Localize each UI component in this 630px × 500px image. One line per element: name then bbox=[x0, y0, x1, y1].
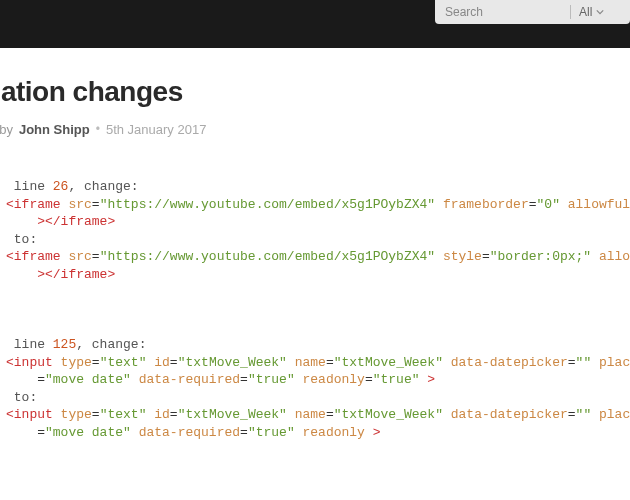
code-eq: = bbox=[240, 372, 248, 387]
code-str: "move date" bbox=[45, 372, 131, 387]
code-attr: data-required bbox=[131, 425, 240, 440]
author-link[interactable]: John Shipp bbox=[19, 122, 90, 137]
code-tag: <iframe bbox=[6, 197, 61, 212]
code-eq: = bbox=[568, 407, 576, 422]
code-str: "move date" bbox=[45, 425, 131, 440]
code-line-num: 125 bbox=[53, 337, 76, 352]
code-attr: type bbox=[53, 355, 92, 370]
code-eq: = bbox=[326, 407, 334, 422]
search-container: All bbox=[435, 0, 630, 24]
code-attr: allo bbox=[591, 249, 630, 264]
meta-row: pt by John Shipp • 5th January 2017 bbox=[0, 120, 630, 138]
code-eq: = bbox=[92, 355, 100, 370]
code-attr: frameborder bbox=[435, 197, 529, 212]
code-attr: src bbox=[61, 249, 92, 264]
code-attr: type bbox=[53, 407, 92, 422]
code-text: , change: bbox=[76, 337, 146, 352]
code-str: "true" bbox=[373, 372, 420, 387]
code-eq: = bbox=[326, 355, 334, 370]
code-line-num: 26 bbox=[53, 179, 69, 194]
code-text: , change: bbox=[68, 179, 138, 194]
code-attr: data-datepicker bbox=[443, 355, 568, 370]
code-tag: ></iframe> bbox=[6, 267, 115, 282]
code-eq: = bbox=[170, 407, 178, 422]
code-str: "text" bbox=[100, 355, 147, 370]
code-eq: = bbox=[365, 372, 373, 387]
separator-dot: • bbox=[96, 122, 100, 136]
code-tag: <input bbox=[6, 407, 53, 422]
code-attr: style bbox=[435, 249, 482, 264]
code-attr: plac bbox=[591, 407, 630, 422]
code-block-1: line 26, change: <iframe src="https://ww… bbox=[0, 138, 630, 441]
code-str: "txtMove_Week" bbox=[334, 355, 443, 370]
code-attr: name bbox=[287, 355, 326, 370]
publish-date: 5th January 2017 bbox=[106, 122, 206, 137]
title-row: l5 validation changes bbox=[0, 48, 630, 118]
code-attr: data-datepicker bbox=[443, 407, 568, 422]
by-label: by bbox=[0, 122, 13, 137]
code-attr: src bbox=[61, 197, 92, 212]
code-tag: ></iframe> bbox=[6, 214, 115, 229]
code-text: line bbox=[6, 179, 53, 194]
code-eq: = bbox=[92, 407, 100, 422]
code-eq: = bbox=[240, 425, 248, 440]
code-eq: = bbox=[482, 249, 490, 264]
code-attr: readonly bbox=[295, 425, 365, 440]
code-text: to: bbox=[6, 390, 37, 405]
code-attr: readonly bbox=[295, 372, 365, 387]
code-str: "txtMove_Week" bbox=[178, 355, 287, 370]
code-str: "" bbox=[576, 355, 592, 370]
code-str: "txtMove_Week" bbox=[178, 407, 287, 422]
filter-label: All bbox=[579, 5, 592, 19]
code-attr: allowful bbox=[560, 197, 630, 212]
page-title: l5 validation changes bbox=[0, 76, 630, 108]
code-eq: = bbox=[170, 355, 178, 370]
code-str: "0" bbox=[537, 197, 560, 212]
code-eq: = bbox=[92, 249, 100, 264]
search-input[interactable] bbox=[435, 1, 570, 23]
code-str: "true" bbox=[248, 425, 295, 440]
article-content: l5 validation changes pt by John Shipp •… bbox=[0, 48, 630, 441]
code-str: "text" bbox=[100, 407, 147, 422]
code-tag: > bbox=[420, 372, 436, 387]
code-eq: = bbox=[568, 355, 576, 370]
code-attr: name bbox=[287, 407, 326, 422]
code-attr: id bbox=[146, 407, 169, 422]
code-eq: = bbox=[529, 197, 537, 212]
code-tag: <iframe bbox=[6, 249, 61, 264]
code-str: "border:0px;" bbox=[490, 249, 591, 264]
code-eq: = bbox=[92, 197, 100, 212]
code-attr: data-required bbox=[131, 372, 240, 387]
code-attr: id bbox=[146, 355, 169, 370]
code-str: "https://www.youtube.com/embed/x5g1POybZ… bbox=[100, 249, 435, 264]
code-str: "" bbox=[576, 407, 592, 422]
code-tag: <input bbox=[6, 355, 53, 370]
search-filter-dropdown[interactable]: All bbox=[571, 5, 612, 19]
chevron-down-icon bbox=[596, 8, 604, 16]
code-tag: > bbox=[365, 425, 381, 440]
code-eq: = bbox=[6, 372, 45, 387]
code-text: to: bbox=[6, 232, 37, 247]
code-str: "txtMove_Week" bbox=[334, 407, 443, 422]
code-str: "true" bbox=[248, 372, 295, 387]
code-str: "https://www.youtube.com/embed/x5g1POybZ… bbox=[100, 197, 435, 212]
code-attr: plac bbox=[591, 355, 630, 370]
header-bar: All bbox=[0, 0, 630, 48]
code-eq: = bbox=[6, 425, 45, 440]
code-text: line bbox=[6, 337, 53, 352]
